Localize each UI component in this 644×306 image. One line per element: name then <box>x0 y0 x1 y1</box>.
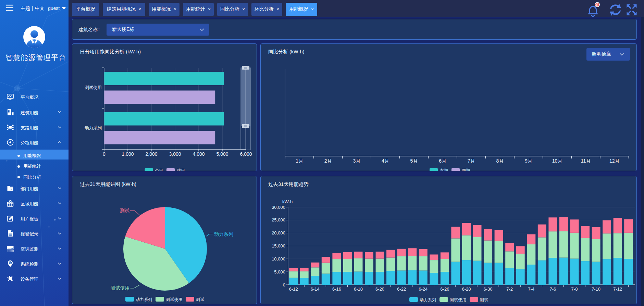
svg-text:3,000: 3,000 <box>169 151 181 157</box>
svg-text:7月: 7月 <box>468 158 475 164</box>
svg-text:2月: 2月 <box>324 158 332 164</box>
svg-text:动力系列: 动力系列 <box>85 126 102 130</box>
svg-text:测试: 测试 <box>196 297 204 302</box>
svg-text:6-16: 6-16 <box>332 286 341 292</box>
svg-text:6-14: 6-14 <box>311 286 320 292</box>
svg-text:5,000: 5,000 <box>274 269 285 275</box>
svg-text:6-26: 6-26 <box>440 286 449 292</box>
svg-text:6-30: 6-30 <box>484 286 493 292</box>
svg-text:7-10: 7-10 <box>592 286 600 292</box>
svg-text:7-6: 7-6 <box>550 286 556 292</box>
svg-text:测试使用: 测试使用 <box>449 297 466 302</box>
svg-text:6,000: 6,000 <box>240 151 252 157</box>
svg-text:8月: 8月 <box>496 158 504 164</box>
svg-text:动力系列: 动力系列 <box>136 297 152 302</box>
svg-text:1,000: 1,000 <box>122 151 134 157</box>
svg-text:9月: 9月 <box>525 158 532 164</box>
svg-text:6-18: 6-18 <box>354 286 363 292</box>
svg-text:测试使用: 测试使用 <box>111 285 130 291</box>
svg-text:动力系列: 动力系列 <box>420 297 436 302</box>
svg-text:25,000: 25,000 <box>272 217 285 222</box>
svg-text:测试使用: 测试使用 <box>85 85 102 90</box>
svg-text:6-20: 6-20 <box>375 286 384 292</box>
svg-text:今日: 今日 <box>155 168 163 171</box>
svg-text:7-4: 7-4 <box>528 286 534 292</box>
svg-text:7-12: 7-12 <box>613 286 622 292</box>
svg-text:10月: 10月 <box>552 158 562 164</box>
svg-text:10,000: 10,000 <box>272 256 285 262</box>
svg-text:12月: 12月 <box>609 158 620 164</box>
svg-text:动力系列: 动力系列 <box>214 231 233 237</box>
svg-text:6-24: 6-24 <box>419 286 428 292</box>
svg-text:3月: 3月 <box>353 158 360 164</box>
svg-text:昨日: 昨日 <box>177 168 185 171</box>
svg-text:6-12: 6-12 <box>289 286 298 292</box>
svg-text:20,000: 20,000 <box>272 230 285 235</box>
svg-text:2,000: 2,000 <box>145 151 157 157</box>
svg-text:4月: 4月 <box>382 158 389 164</box>
svg-text:同期: 同期 <box>462 168 470 171</box>
svg-text:11月: 11月 <box>581 158 591 164</box>
svg-text:0: 0 <box>283 282 285 288</box>
svg-text:5月: 5月 <box>410 158 418 164</box>
svg-text:6-22: 6-22 <box>397 286 406 292</box>
svg-text:6月: 6月 <box>439 158 446 164</box>
svg-text:5,000: 5,000 <box>216 151 228 157</box>
svg-text:4,000: 4,000 <box>193 151 205 157</box>
svg-text:1月: 1月 <box>296 158 303 164</box>
svg-text:测试使用: 测试使用 <box>165 297 182 302</box>
svg-text:30,000: 30,000 <box>272 205 285 210</box>
svg-text:7-2: 7-2 <box>506 286 513 292</box>
svg-text:kW·h: kW·h <box>282 199 293 204</box>
svg-text:15,000: 15,000 <box>272 243 285 248</box>
svg-text:本期: 本期 <box>439 168 448 171</box>
svg-text:0: 0 <box>103 151 106 157</box>
svg-text:6-28: 6-28 <box>462 286 471 292</box>
svg-text:测试: 测试 <box>120 208 129 213</box>
svg-text:7-8: 7-8 <box>571 286 578 292</box>
svg-text:测试: 测试 <box>480 297 488 302</box>
